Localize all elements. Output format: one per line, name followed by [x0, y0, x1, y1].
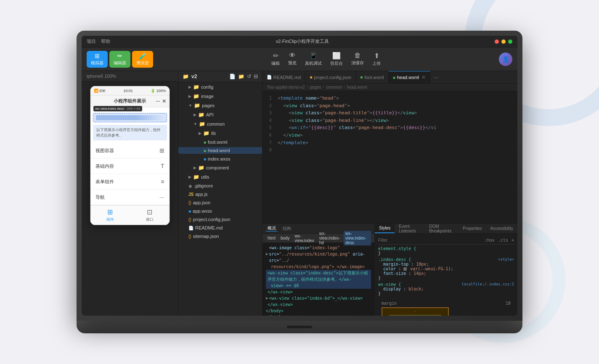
phone-menu-item-4[interactable]: 导航 ···: [90, 190, 170, 205]
action-edit[interactable]: ✏ 编辑: [271, 52, 280, 66]
tree-folder-component[interactable]: ▶ 📁 component: [178, 164, 262, 171]
tree-new-file-icon[interactable]: 📄: [229, 74, 236, 79]
simulator-button[interactable]: ⊞ 模拟器: [87, 51, 108, 68]
code-lines[interactable]: <template name="head"> <view class="page…: [274, 91, 517, 223]
phone-menu-item-2[interactable]: 基础内容 T: [90, 158, 170, 174]
html-line-view-close: </wx-view>: [266, 289, 293, 295]
tree-file-index-wxss[interactable]: ■ index.wxss: [178, 156, 262, 162]
test-button[interactable]: 🧪 测试管: [132, 51, 153, 68]
tree-item-foot-wxml: ■ foot.wxml: [178, 138, 262, 146]
folder-label-utils: utils: [201, 174, 209, 179]
expand-arrow-1[interactable]: ▶: [266, 251, 268, 257]
folder-icon-image: 📁: [193, 93, 199, 99]
menu-project[interactable]: 项目: [87, 38, 96, 45]
tree-refresh-icon[interactable]: ↺: [247, 74, 251, 79]
menu-item-icon-2: T: [161, 163, 164, 169]
code-line-2: <view class="page-head">: [274, 102, 517, 110]
file-icon-appwxss: ■: [188, 209, 191, 214]
folder-arrow-image: ▶: [188, 94, 191, 98]
editor-button[interactable]: ✏ 编辑器: [109, 51, 130, 68]
tab-close-head-wxml[interactable]: ✕: [421, 74, 426, 80]
selector-wx-view-index-hd[interactable]: wx-view.index-hd: [318, 231, 342, 245]
colon-2: :: [398, 266, 403, 271]
menu-item-label-4: 导航: [95, 194, 105, 200]
html-line-outer-view-close: </wx-view>: [266, 301, 293, 308]
tab-head-wxml[interactable]: ■ head.wxml ✕: [389, 71, 431, 83]
tree-file-gitignore[interactable]: ◉ .gitignore: [178, 182, 262, 189]
tree-file-head-wxml[interactable]: ■ head.wxml: [178, 147, 262, 154]
style-tab-accessibility[interactable]: Accessibility: [486, 224, 517, 233]
maximize-button[interactable]: [508, 40, 512, 44]
phone-close-icon[interactable]: ✕: [162, 98, 166, 104]
tab-projectconfig[interactable]: ■ project.config.json: [305, 71, 356, 83]
laptop-container: 项目 帮助 v2-FinClip小程序开发工具 ⊞ 模拟器: [77, 31, 522, 333]
menu-help[interactable]: 帮助: [101, 38, 110, 45]
html-preview-panel: 概况 结构 html body wx-view.index wx-view.in…: [262, 224, 374, 316]
phone-title-actions: ··· ✕: [156, 98, 166, 104]
selector-html[interactable]: html: [266, 235, 277, 241]
selector-body[interactable]: body: [279, 235, 292, 241]
user-avatar[interactable]: 👤: [499, 53, 512, 66]
tree-folder-image[interactable]: ▶ 📁 image: [178, 92, 262, 100]
main-layout: iphone6 100% 📶 IDE 10:01 🔋 100% 小程: [82, 71, 517, 316]
tree-folder-config[interactable]: ▶ 📁 config: [178, 83, 262, 91]
html-line-8: </body>: [266, 308, 371, 314]
phone-app-title: 小程序组件展示: [114, 98, 146, 104]
tree-folder-common[interactable]: ▼ 📁 common: [178, 120, 262, 128]
expand-arrow-6[interactable]: ▶: [266, 295, 268, 301]
style-prop-display: display : block;: [378, 287, 514, 291]
style-brace-close-desc: }: [378, 276, 514, 280]
tree-file-appjs[interactable]: JS app.js: [178, 191, 262, 198]
action-device-debug[interactable]: 📱 真机调试: [305, 52, 322, 66]
tree-folder-api[interactable]: ▶ 📁 API: [178, 111, 262, 119]
action-clear-cache[interactable]: 🗑 清缓存: [351, 52, 364, 66]
folder-label-pages: pages: [202, 103, 215, 108]
action-device-label: 真机调试: [305, 61, 322, 66]
file-icon-readme: 📄: [188, 226, 193, 230]
tree-new-folder-icon[interactable]: 📁: [238, 74, 244, 79]
folder-label-component: component: [206, 165, 229, 170]
html-tab-structure[interactable]: 结构: [281, 226, 293, 232]
tree-folder-utils[interactable]: ▶ 📁 utils: [178, 173, 262, 181]
style-tab-dom-breakpoints[interactable]: DOM Breakpoints: [425, 224, 459, 233]
tree-folder-pages[interactable]: ▼ 📁 pages: [178, 102, 262, 109]
box-model-margin-value: 10: [506, 301, 511, 306]
box-margin-top: -: [414, 309, 416, 313]
tree-folder-lib[interactable]: ▶ 📁 lib: [178, 129, 262, 137]
filter-cls[interactable]: .cls: [498, 238, 508, 243]
filter-add[interactable]: +: [512, 238, 514, 243]
tab-more-button[interactable]: ···: [430, 74, 442, 81]
selector-wx-view-index-desc[interactable]: wx-view.index-desc: [344, 231, 371, 245]
tree-file-foot-wxml[interactable]: ■ foot.wxml: [178, 139, 262, 145]
tab-foot-wxml[interactable]: ■ foot.wxml: [356, 71, 389, 83]
close-button[interactable]: [495, 40, 499, 44]
style-tab-styles[interactable]: Styles: [375, 224, 395, 233]
phone-nav-components[interactable]: ⊞ 组件: [90, 206, 130, 225]
phone-signal: 📶 IDE: [94, 89, 106, 93]
html-tab-overview[interactable]: 概况: [266, 225, 278, 232]
action-background[interactable]: ⬜ 切后台: [330, 52, 343, 66]
selector-wx-view-index[interactable]: wx-view.index: [293, 233, 316, 243]
value-display: block;: [408, 287, 424, 291]
action-upload[interactable]: ⬆ 上传: [372, 52, 381, 66]
tree-collapse-icon[interactable]: ⊟: [254, 74, 258, 79]
tab-readme[interactable]: 📄 README.md: [262, 71, 305, 83]
tree-file-projectconfig[interactable]: {} project.config.json: [178, 216, 262, 223]
tree-file-appjson[interactable]: {} app.json: [178, 199, 262, 206]
tree-file-readme[interactable]: 📄 README.md: [178, 224, 262, 231]
phone-menu-item-3[interactable]: 表单组件 ≡: [90, 174, 170, 190]
style-tab-event-listeners[interactable]: Event Listeners: [395, 224, 425, 233]
minimize-button[interactable]: [501, 40, 506, 44]
styles-filter-input[interactable]: [378, 238, 481, 243]
phone-menu-dots[interactable]: ···: [156, 98, 160, 104]
tree-file-appwxss[interactable]: ■ app.wxss: [178, 208, 262, 214]
style-tab-properties[interactable]: Properties: [459, 224, 486, 233]
phone-menu-item-1[interactable]: 视图容器 ⊞: [90, 143, 170, 158]
filter-hover[interactable]: :hov: [485, 238, 495, 243]
tree-file-sitemap[interactable]: {} sitemap.json: [178, 233, 262, 240]
breadcrumb-file: head.wxml: [347, 85, 367, 90]
style-prop-color: color : var(--weui-FG-1);: [378, 266, 514, 271]
phone-status-bar: 📶 IDE 10:01 🔋 100%: [90, 86, 170, 95]
phone-nav-api[interactable]: ⊡ 接口: [130, 206, 170, 225]
action-preview[interactable]: 👁 预览: [288, 52, 297, 66]
